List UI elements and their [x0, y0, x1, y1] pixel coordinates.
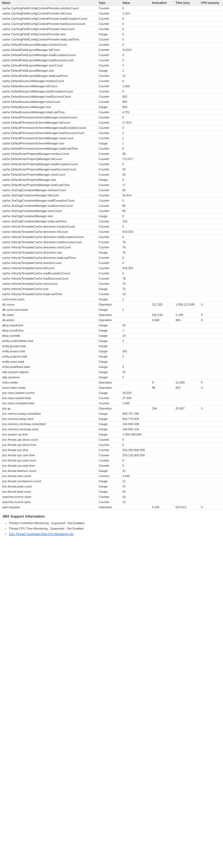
support-list-item[interactable]: Turn Thread Contention And CPU Monitorin…: [9, 531, 221, 537]
metric-cpu: [199, 286, 223, 291]
metric-time: [173, 6, 199, 11]
metric-cpu: 0: [199, 380, 223, 385]
table-row: concurrent.usersGauge1: [0, 297, 223, 302]
metric-cpu: [199, 125, 223, 130]
metric-value: 1: [120, 141, 150, 146]
metric-value: 19: [120, 333, 150, 338]
metric-type: Counter: [97, 240, 120, 245]
metric-cpu: [199, 219, 223, 224]
metric-type: Gauge: [97, 489, 120, 494]
metric-cpu: 0: [199, 318, 223, 323]
metric-type: Counter: [97, 198, 120, 203]
metric-time: [173, 209, 199, 214]
metric-type: Operation: [97, 380, 120, 385]
metric-time: [173, 338, 199, 344]
metric-name: cache.DefaultUserPropertyManager.totalLo…: [0, 183, 97, 188]
metric-invocation: [150, 193, 173, 198]
metric-time: [173, 198, 199, 203]
metric-time: [173, 291, 199, 297]
metric-cpu: [199, 494, 223, 499]
metric-invocation: [150, 68, 173, 73]
metric-cpu: [199, 453, 223, 458]
table-row: jmx.thread.cpu.timeCounter323,250,000,00…: [0, 447, 223, 453]
table-row: cache.DefaultUserPropertyManager.totalLo…: [0, 183, 223, 188]
metric-time: [173, 323, 199, 328]
metric-value: 3: [120, 58, 150, 63]
table-row: cache.CachingFieldConfigContextPersister…: [0, 21, 223, 27]
table-row: jmx.thread.cpu.wait.countCounter0: [0, 458, 223, 463]
metric-type: Gauge: [97, 344, 120, 349]
metric-invocation: [150, 104, 173, 110]
support-list: Thread Contention Monitoring - Supported…: [2, 521, 221, 537]
metric-type: Counter: [97, 136, 120, 141]
metric-time: [173, 427, 199, 432]
metric-cpu: [199, 255, 223, 260]
metric-invocation: [150, 463, 173, 468]
metric-value: 13: [120, 499, 150, 505]
table-row: cache.DefaultFieldLayoutManager.missCoun…: [0, 63, 223, 68]
metric-type: Counter: [97, 79, 120, 84]
table-row: cache.JiraOsgiContainerManager.hitCountC…: [0, 193, 223, 198]
metric-value: 0: [120, 463, 150, 468]
metric-time: [173, 416, 199, 422]
metric-time: [173, 63, 199, 68]
metric-type: Counter: [97, 156, 120, 162]
metric-type: Counter: [97, 437, 120, 442]
metric-value: 27,594: [120, 396, 150, 401]
metric-cpu: [199, 68, 223, 73]
metric-time: [173, 53, 199, 58]
metric-invocation: [150, 156, 173, 162]
metric-name: dbcp.maxActive: [0, 323, 97, 328]
metric-name: cache.DefaultFieldLayoutManager.eviction…: [0, 42, 97, 47]
metric-time: [173, 333, 199, 338]
table-row: jmx.memory.nonheap.usedGauge146,505,104: [0, 427, 223, 432]
metric-type: Counter: [97, 463, 120, 468]
metric-cpu: [199, 359, 223, 364]
metric-cpu: [199, 16, 223, 21]
metric-value: 1,935: [120, 84, 150, 89]
metric-time: [173, 281, 199, 286]
metric-value: 14,533: [120, 47, 150, 53]
metric-name: cache.DefaultUserPropertyManager.loadSuc…: [0, 167, 97, 172]
metric-cpu: [199, 167, 223, 172]
metric-time: [173, 359, 199, 364]
metric-name: cache.DefaultIssueLinkManager.size: [0, 104, 97, 110]
metric-time: [173, 89, 199, 94]
metric-name: searcher.lucene.close: [0, 494, 97, 499]
table-row: cache.DefaultUserPropertyManager.evictio…: [0, 151, 223, 156]
metric-value: 76: [120, 286, 150, 291]
metric-cpu: [199, 484, 223, 489]
metric-time: [173, 156, 199, 162]
metric-time: [173, 422, 199, 427]
metric-value: 4: [120, 63, 150, 68]
metric-value: 564,776,504: [120, 416, 150, 422]
metric-value: 1: [120, 307, 150, 312]
table-row: cache.VelocityTemplateCache.directives.l…: [0, 240, 223, 245]
metric-cpu: 0: [199, 312, 223, 318]
metric-value: 17: [120, 183, 150, 188]
metric-type: Gauge: [97, 307, 120, 312]
table-row: http.sessionsGauge2: [0, 375, 223, 380]
metric-name: entity.customfields.total: [0, 338, 97, 344]
table-row: searcher.lucene.openCounter13: [0, 499, 223, 505]
metric-cpu: [199, 6, 223, 11]
metric-name: entity.groups.total: [0, 344, 97, 349]
metric-invocation: [150, 276, 173, 281]
metric-invocation: [150, 214, 173, 219]
metric-value: 0: [120, 260, 150, 266]
table-row: jmx.class.loaded.totalCounter27,594: [0, 396, 223, 401]
metric-value: 2: [120, 130, 150, 136]
metric-type: Gauge: [97, 359, 120, 364]
metric-type: Gauge: [97, 323, 120, 328]
metric-value: [120, 505, 150, 510]
metric-cpu: [199, 401, 223, 406]
metric-time: 653: [173, 385, 199, 391]
metric-value: 32: [120, 468, 150, 473]
table-row: issue.index.readsOperation966530: [0, 385, 223, 391]
metric-value: 6: [120, 21, 150, 27]
metric-name: cache.VelocityTemplateCache.totalLoadTim…: [0, 291, 97, 297]
metric-invocation: [150, 219, 173, 224]
metric-time: [173, 94, 199, 99]
metric-cpu: [199, 370, 223, 375]
metric-cpu: [199, 162, 223, 167]
